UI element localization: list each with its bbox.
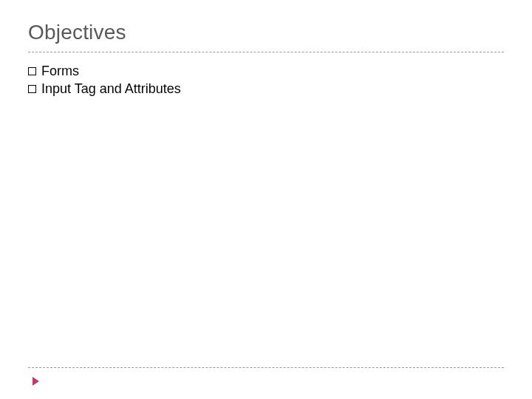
bullet-text: Forms [41, 62, 79, 80]
bullet-text: Input Tag and Attributes [41, 80, 181, 98]
slide-title-block: Objectives [28, 21, 504, 44]
square-bullet-icon [28, 67, 36, 75]
square-bullet-icon [28, 85, 36, 93]
list-item: Forms [28, 62, 504, 80]
slide: Objectives Forms Input Tag and Attribute… [0, 0, 532, 399]
content-area: Forms Input Tag and Attributes [28, 62, 504, 98]
footer-divider [28, 367, 504, 368]
list-item: Input Tag and Attributes [28, 80, 504, 98]
title-divider [28, 52, 504, 52]
triangle-right-icon [33, 377, 39, 386]
slide-title: Objectives [28, 21, 126, 44]
